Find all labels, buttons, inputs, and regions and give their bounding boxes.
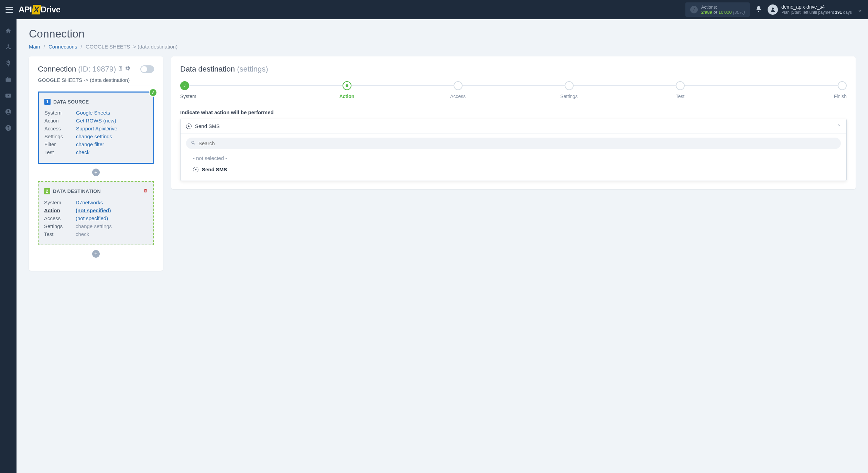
connection-subtitle: GOOGLE SHEETS -> (data destination) (38, 77, 154, 86)
sidebar-connections-icon[interactable] (5, 44, 12, 52)
sidebar-tools-icon[interactable] (5, 76, 12, 85)
source-system-link[interactable]: Google Sheets (76, 110, 110, 116)
page-title: Connection (29, 28, 856, 40)
actions-label: Actions: (701, 4, 745, 10)
action-section-label: Indicate what action will be performed (180, 109, 847, 115)
option-not-selected[interactable]: - not selected - (186, 152, 841, 164)
sidebar-billing-icon[interactable] (5, 60, 12, 68)
user-plan: Plan |Start| left until payment 191 days (781, 10, 852, 15)
action-select: Send SMS ⌃ - not selected - Send SMS (180, 119, 847, 181)
step-settings[interactable]: Settings (513, 81, 625, 99)
breadcrumb-current: GOOGLE SHEETS -> (data destination) (86, 44, 177, 50)
step-test[interactable]: Test (625, 81, 736, 99)
dest-system-link[interactable]: D7networks (76, 200, 103, 205)
chevron-down-icon: ⌄ (857, 6, 862, 13)
step-access[interactable]: Access (402, 81, 513, 99)
hamburger-menu[interactable] (6, 7, 13, 13)
action-select-head[interactable]: Send SMS ⌃ (181, 119, 846, 133)
source-title: DATA SOURCE (53, 99, 89, 105)
svg-point-0 (772, 8, 774, 10)
sidebar-account-icon[interactable] (5, 108, 12, 117)
dest-test-text: check (76, 231, 89, 237)
add-destination-button[interactable]: + (92, 250, 100, 258)
dest-settings-text: change settings (76, 223, 112, 229)
dest-num: 2 (44, 188, 50, 194)
settings-title: Data destination (settings) (180, 65, 847, 74)
actions-usage-box[interactable]: i Actions: 2'989 of 10'000 (30%) (685, 2, 750, 17)
notifications-icon[interactable] (755, 6, 762, 14)
user-avatar-icon (768, 4, 778, 15)
step-system[interactable]: ✓ System (180, 81, 291, 99)
option-send-sms[interactable]: Send SMS (186, 164, 841, 175)
user-menu[interactable]: demo_apix-drive_s4 Plan |Start| left unt… (768, 4, 862, 15)
source-num: 1 (44, 99, 51, 105)
sidebar-home-icon[interactable] (5, 28, 12, 36)
play-icon (193, 167, 198, 172)
actions-pct: (30%) (733, 10, 745, 15)
actions-of: of (714, 10, 717, 15)
source-action-link[interactable]: Get ROWS (new) (76, 118, 116, 123)
svg-point-10 (192, 141, 194, 143)
source-filter-link[interactable]: change filter (76, 141, 104, 147)
source-settings-link[interactable]: change settings (76, 133, 112, 139)
connection-title: Connection (38, 65, 76, 74)
add-source-button[interactable]: + (92, 169, 100, 176)
step-action[interactable]: Action (291, 81, 402, 99)
breadcrumb: Main / Connections / GOOGLE SHEETS -> (d… (29, 44, 856, 50)
sidebar-video-icon[interactable] (5, 92, 12, 101)
settings-panel: Data destination (settings) ✓ System Act… (171, 56, 856, 189)
source-test-link[interactable]: check (76, 149, 89, 155)
info-icon: i (690, 6, 698, 13)
svg-point-1 (8, 44, 9, 46)
chevron-up-icon: ⌃ (837, 123, 841, 129)
actions-used: 2'989 (701, 10, 712, 15)
dest-access-link[interactable]: (not specified) (76, 215, 108, 221)
logo[interactable]: APIXDrive (19, 5, 61, 14)
document-icon[interactable] (118, 66, 123, 73)
source-access-link[interactable]: Support ApixDrive (76, 126, 117, 131)
data-destination-card: 2 DATA DESTINATION SystemD7networks Acti… (38, 181, 154, 245)
trash-icon[interactable] (143, 188, 148, 195)
search-icon (191, 140, 196, 146)
svg-rect-4 (6, 78, 11, 82)
gear-icon[interactable] (125, 66, 130, 73)
action-search-wrap (186, 138, 841, 149)
breadcrumb-main[interactable]: Main (29, 44, 40, 50)
actions-total: 10'000 (718, 10, 732, 15)
svg-point-7 (8, 110, 9, 112)
sidebar-help-icon[interactable] (5, 125, 12, 133)
data-source-card: ✓ 1 DATA SOURCE SystemGoogle Sheets Acti… (38, 92, 154, 164)
dest-action-link[interactable]: (not specified) (76, 207, 111, 213)
breadcrumb-connections[interactable]: Connections (48, 44, 77, 50)
action-search-input[interactable] (198, 140, 836, 146)
connection-toggle[interactable] (140, 65, 154, 73)
user-name: demo_apix-drive_s4 (781, 4, 852, 10)
dest-title: DATA DESTINATION (53, 189, 101, 194)
play-icon (186, 123, 192, 129)
sidebar (0, 19, 17, 473)
topbar: APIXDrive i Actions: 2'989 of 10'000 (30… (0, 0, 868, 19)
action-selected-label: Send SMS (195, 123, 220, 129)
stepper: ✓ System Action Access Settings (180, 81, 847, 99)
connection-panel: Connection (ID: 19879) GOOGLE SHEETS -> … (29, 56, 163, 271)
connection-id: (ID: 19879) (78, 65, 116, 74)
step-finish[interactable]: Finish (736, 81, 847, 99)
check-icon: ✓ (149, 88, 157, 97)
